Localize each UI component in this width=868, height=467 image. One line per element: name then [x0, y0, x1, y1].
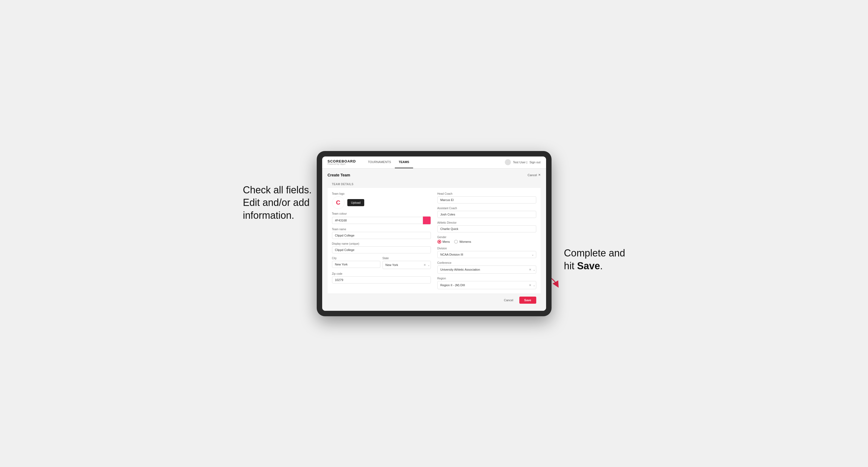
nav-links: TOURNAMENTS TEAMS: [364, 156, 504, 168]
team-name-input[interactable]: [332, 232, 431, 239]
assistant-coach-label: Assistant Coach: [437, 207, 536, 210]
annotation-left: Check all fields. Edit and/or add inform…: [243, 184, 312, 222]
zip-code-group: Zip code: [332, 272, 431, 283]
form-section-header: TEAM DETAILS: [328, 181, 540, 188]
state-label: State: [382, 257, 431, 260]
assistant-coach-group: Assistant Coach: [437, 207, 536, 218]
athletic-director-input[interactable]: [437, 225, 536, 232]
nav-tournaments[interactable]: TOURNAMENTS: [364, 156, 395, 168]
city-input[interactable]: [332, 261, 380, 268]
navbar-right: Test User | Sign out: [505, 159, 540, 165]
region-clear-icon[interactable]: ✕: [528, 283, 532, 287]
tablet-screen: SCOREBOARD Powered by clippd TOURNAMENTS…: [322, 156, 546, 311]
zip-label: Zip code: [332, 272, 431, 275]
gender-label: Gender: [437, 236, 536, 239]
region-select-field[interactable]: Region II - (M) DIII: [437, 281, 536, 289]
color-input-wrapper: [332, 216, 431, 224]
form-panel: TEAM DETAILS Team logo C: [328, 181, 540, 306]
display-name-input[interactable]: [332, 246, 431, 253]
conference-label: Conference: [437, 261, 536, 264]
team-colour-label: Team colour: [332, 212, 431, 215]
team-logo-group: Team logo C Upload: [332, 192, 431, 209]
conference-select-field[interactable]: University Athletic Association: [437, 266, 536, 274]
athletic-director-group: Athletic Director: [437, 221, 536, 232]
division-select[interactable]: NCAA Division III NCAA Division II NCAA …: [437, 251, 536, 258]
athletic-director-label: Athletic Director: [437, 221, 536, 224]
head-coach-label: Head Coach: [437, 192, 536, 195]
conference-chevron-icon: ⌄: [533, 268, 535, 271]
gender-group: Gender Mens Womens: [437, 236, 536, 244]
state-select-wrapper: New York ✕ ⌄: [382, 261, 431, 269]
team-colour-group: Team colour: [332, 212, 431, 224]
brand-logo: SCOREBOARD Powered by clippd: [328, 159, 356, 165]
conference-group: Conference University Athletic Associati…: [437, 261, 536, 274]
gender-radio-group: Mens Womens: [437, 240, 536, 244]
cancel-x-button[interactable]: Cancel ✕: [528, 173, 540, 177]
team-name-group: Team name: [332, 228, 431, 239]
region-label: Region: [437, 277, 536, 280]
gender-mens-radio[interactable]: [437, 240, 441, 244]
annotation-right: Complete and hit Save.: [564, 247, 625, 273]
head-coach-group: Head Coach: [437, 192, 536, 204]
region-group: Region Region II - (M) DIII ✕ ⌄: [437, 277, 536, 289]
region-select-wrapper: Region II - (M) DIII ✕ ⌄: [437, 281, 536, 289]
save-button[interactable]: Save: [519, 297, 536, 304]
city-label: City: [332, 257, 380, 260]
form-footer: Cancel Save: [328, 293, 540, 306]
tablet-frame: SCOREBOARD Powered by clippd TOURNAMENTS…: [317, 151, 552, 316]
team-logo-placeholder: C: [332, 196, 345, 209]
footer-cancel-button[interactable]: Cancel: [501, 297, 517, 303]
nav-teams[interactable]: TEAMS: [395, 156, 413, 168]
city-state-group: City State New York: [332, 257, 431, 269]
head-coach-input[interactable]: [437, 196, 536, 204]
user-label: Test User |: [513, 161, 527, 164]
logo-area: C Upload: [332, 196, 431, 209]
conference-select-wrapper: University Athletic Association ✕ ⌄: [437, 266, 536, 274]
division-group: Division NCAA Division III NCAA Division…: [437, 247, 536, 258]
state-clear-icon[interactable]: ✕: [423, 262, 427, 267]
zip-input[interactable]: [332, 276, 431, 283]
page-title-bar: Create Team Cancel ✕: [328, 173, 540, 177]
division-select-wrapper: NCAA Division III NCAA Division II NCAA …: [437, 251, 536, 258]
user-avatar: [505, 159, 511, 165]
state-select-actions: ✕ ⌄: [423, 262, 430, 267]
team-logo-label: Team logo: [332, 192, 431, 195]
sign-out-link[interactable]: Sign out: [529, 161, 540, 164]
conference-clear-icon[interactable]: ✕: [528, 267, 532, 272]
form-col-left: Team logo C Upload Team colo: [332, 192, 431, 289]
conference-select-actions: ✕ ⌄: [528, 267, 535, 272]
gender-womens-radio[interactable]: [454, 240, 458, 244]
display-name-group: Display name (unique): [332, 242, 431, 253]
gender-mens-option[interactable]: Mens: [437, 240, 450, 244]
region-select-actions: ✕ ⌄: [528, 283, 535, 287]
state-field-group: State New York ✕ ⌄: [382, 257, 431, 269]
gender-womens-option[interactable]: Womens: [454, 240, 471, 244]
division-label: Division: [437, 247, 536, 250]
color-swatch[interactable]: [423, 216, 431, 224]
team-colour-input[interactable]: [332, 217, 423, 224]
main-content: Create Team Cancel ✕ TEAM DETAILS Team: [322, 168, 546, 311]
form-body: Team logo C Upload Team colo: [328, 188, 540, 293]
upload-button[interactable]: Upload: [347, 199, 365, 206]
team-name-label: Team name: [332, 228, 431, 231]
close-icon: ✕: [538, 173, 540, 177]
region-chevron-icon: ⌄: [533, 283, 535, 286]
state-chevron-icon: ⌄: [428, 263, 430, 266]
navbar: SCOREBOARD Powered by clippd TOURNAMENTS…: [322, 156, 546, 168]
display-name-label: Display name (unique): [332, 242, 431, 245]
city-field-group: City: [332, 257, 380, 269]
page-title: Create Team: [328, 173, 350, 177]
assistant-coach-input[interactable]: [437, 211, 536, 218]
city-state-row: City State New York: [332, 257, 431, 269]
form-col-right: Head Coach Assistant Coach Athletic Dire…: [437, 192, 536, 289]
